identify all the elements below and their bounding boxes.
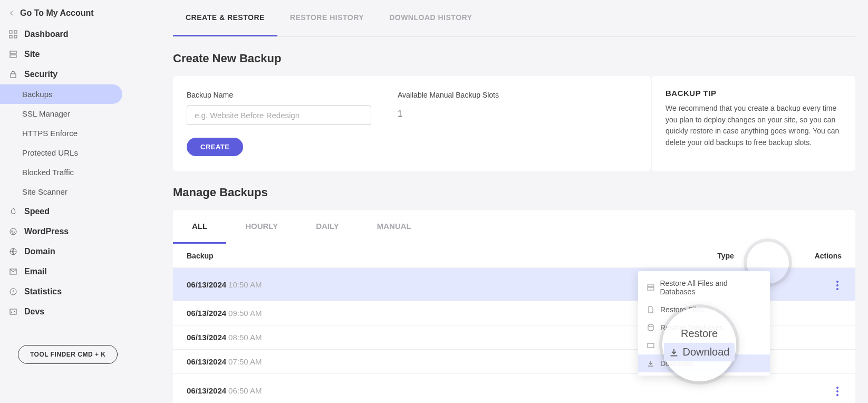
sidebar-item-wordpress[interactable]: WordPress bbox=[0, 222, 148, 242]
svg-point-7 bbox=[10, 228, 16, 235]
restore-all-icon bbox=[647, 283, 654, 292]
sidebar-item-site[interactable]: Site bbox=[0, 44, 148, 64]
file-icon bbox=[647, 305, 655, 314]
col-backup: Backup bbox=[187, 252, 673, 260]
sidebar-item-label: Speed bbox=[24, 207, 50, 216]
svg-rect-2 bbox=[9, 35, 12, 38]
create-section-title: Create New Backup bbox=[173, 52, 855, 65]
server-icon bbox=[8, 50, 18, 59]
col-type: Type bbox=[673, 252, 778, 260]
row-actions-kebab[interactable] bbox=[833, 277, 842, 293]
sidebar-item-label: Site bbox=[24, 50, 40, 59]
filter-manual[interactable]: MANUAL bbox=[358, 210, 430, 244]
tab-download-history[interactable]: DOWNLOAD HISTORY bbox=[377, 0, 485, 36]
download-icon bbox=[647, 359, 655, 368]
table-row: 06/13/202406:50 AM bbox=[173, 374, 855, 403]
svg-rect-6 bbox=[11, 74, 16, 78]
mail-icon bbox=[8, 267, 18, 276]
back-arrow-icon bbox=[8, 9, 16, 17]
backup-name-input[interactable] bbox=[187, 105, 371, 125]
svg-point-14 bbox=[648, 324, 653, 327]
grid-icon bbox=[8, 30, 18, 39]
create-backup-card: Backup Name Available Manual Backup Slot… bbox=[173, 76, 651, 171]
filter-hourly[interactable]: HOURLY bbox=[226, 210, 297, 244]
svg-rect-12 bbox=[648, 285, 654, 286]
svg-rect-13 bbox=[648, 287, 654, 290]
sidebar-item-speed[interactable]: Speed bbox=[0, 202, 148, 222]
wordpress-icon bbox=[8, 227, 18, 236]
tool-finder-button[interactable]: TOOL FINDER CMD + K bbox=[18, 345, 118, 364]
table-header: Backup Type Actions bbox=[173, 244, 855, 268]
dropdown-download[interactable]: Download bbox=[638, 354, 770, 372]
svg-rect-15 bbox=[648, 343, 654, 348]
tab-create-restore[interactable]: CREATE & RESTORE bbox=[173, 0, 277, 36]
tip-text: We recommend that you create a backup ev… bbox=[666, 103, 842, 149]
backup-name-label: Backup Name bbox=[187, 91, 371, 99]
sidebar-item-email[interactable]: Email bbox=[0, 262, 148, 282]
sidebar-item-devs[interactable]: Devs bbox=[0, 302, 148, 322]
svg-rect-1 bbox=[14, 31, 17, 33]
sidebar-item-label: Security bbox=[24, 70, 57, 79]
sidebar-sub-backups[interactable]: Backups bbox=[0, 84, 122, 104]
create-button[interactable]: CREATE bbox=[187, 138, 243, 156]
globe-icon bbox=[8, 247, 18, 256]
sidebar-item-domain[interactable]: Domain bbox=[0, 242, 148, 262]
go-to-account-link[interactable]: Go To My Account bbox=[0, 6, 148, 24]
backup-tip-card: BACKUP TIP We recommend that you create … bbox=[652, 76, 855, 171]
svg-rect-0 bbox=[9, 31, 12, 33]
svg-rect-5 bbox=[10, 55, 16, 57]
slots-label: Available Manual Backup Slots bbox=[398, 91, 499, 99]
sidebar-sub-protected[interactable]: Protected URLs bbox=[0, 143, 148, 162]
actions-dropdown: Restore All Files and Databases Restore … bbox=[638, 271, 770, 376]
tip-title: BACKUP TIP bbox=[666, 89, 842, 98]
svg-rect-4 bbox=[10, 51, 16, 54]
sidebar-item-label: Email bbox=[24, 267, 47, 276]
rocket-icon bbox=[8, 207, 18, 216]
dropdown-restore-files[interactable]: Restore Files bbox=[638, 301, 770, 319]
dropdown-item-hidden[interactable] bbox=[638, 337, 770, 354]
sidebar-item-label: WordPress bbox=[24, 227, 69, 236]
sidebar-sub-blocked[interactable]: Blocked Traffic bbox=[0, 162, 148, 182]
mail-icon bbox=[647, 341, 655, 350]
lock-icon bbox=[8, 70, 18, 79]
sidebar-item-label: Dashboard bbox=[24, 30, 69, 39]
database-icon bbox=[647, 323, 655, 332]
row-actions-kebab[interactable] bbox=[833, 383, 842, 399]
back-label: Go To My Account bbox=[20, 8, 94, 18]
col-actions: Actions bbox=[778, 252, 842, 260]
filter-all[interactable]: ALL bbox=[173, 210, 226, 244]
dropdown-restore-db[interactable]: Restore Databases bbox=[638, 319, 770, 337]
sidebar-item-label: Devs bbox=[24, 307, 44, 316]
sidebar-item-dashboard[interactable]: Dashboard bbox=[0, 24, 148, 44]
svg-rect-11 bbox=[10, 309, 16, 314]
filter-daily[interactable]: DAILY bbox=[297, 210, 358, 244]
sidebar-item-statistics[interactable]: Statistics bbox=[0, 282, 148, 302]
sidebar-sub-ssl[interactable]: SSL Manager bbox=[0, 104, 148, 123]
manage-section-title: Manage Backups bbox=[173, 186, 855, 199]
sidebar-item-label: Domain bbox=[24, 247, 55, 256]
slots-value: 1 bbox=[398, 105, 499, 122]
sidebar-item-security[interactable]: Security bbox=[0, 64, 148, 84]
svg-rect-3 bbox=[14, 35, 17, 38]
sidebar-item-label: Statistics bbox=[24, 287, 62, 296]
dropdown-restore-all[interactable]: Restore All Files and Databases bbox=[638, 274, 770, 301]
code-icon bbox=[8, 307, 18, 316]
tab-restore-history[interactable]: RESTORE HISTORY bbox=[277, 0, 377, 36]
clock-icon bbox=[8, 287, 18, 296]
sidebar-sub-https[interactable]: HTTPS Enforce bbox=[0, 123, 148, 143]
sidebar-sub-scanner[interactable]: Site Scanner bbox=[0, 182, 148, 202]
